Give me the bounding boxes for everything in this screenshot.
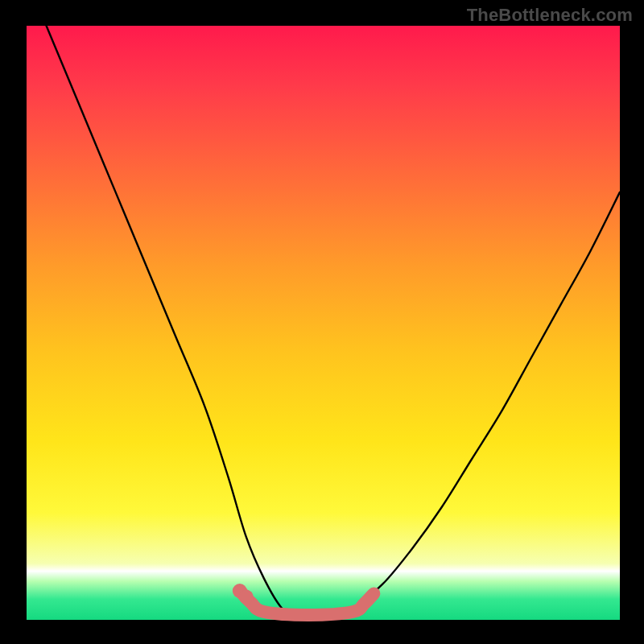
- optimal-region-bead: [239, 590, 254, 605]
- chart-container: TheBottleneck.com: [0, 0, 644, 644]
- watermark-text: TheBottleneck.com: [467, 5, 633, 26]
- bottleneck-chart: [0, 0, 644, 644]
- plot-background: [27, 26, 620, 620]
